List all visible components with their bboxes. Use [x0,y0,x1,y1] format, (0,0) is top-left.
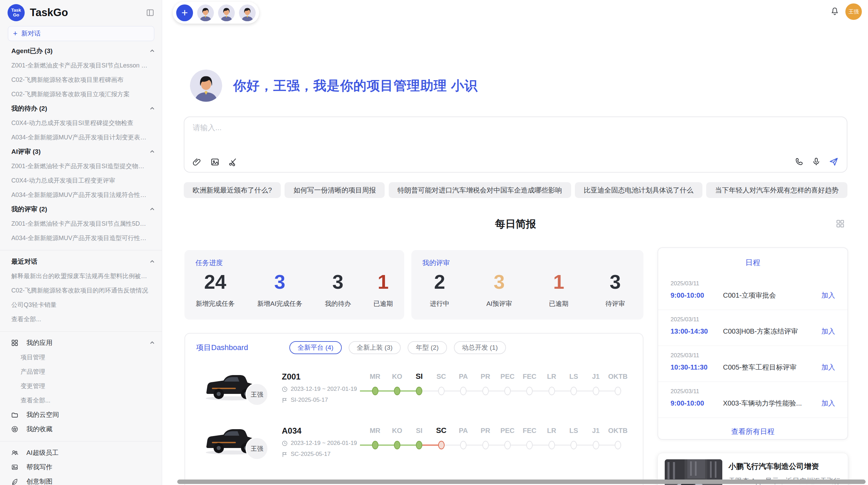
join-link[interactable]: 加入 [821,327,835,336]
voice-call-icon[interactable] [795,157,804,166]
sidebar-toggle-button[interactable] [145,8,155,17]
logo-line-2: Go [13,13,19,17]
stat-ai-pre-review: 3 AI预评审 [486,271,512,308]
message-input[interactable] [193,123,840,147]
project-dates: 2023-12-19 ~ 2027-01-19 [282,386,357,393]
schedule-item[interactable]: 2025/03/11 13:00-14:30 C003|H0B-方案冻结评审 加… [658,310,847,346]
card-title: 任务进度 [195,258,223,268]
sidebar-item-favorites[interactable]: 我的收藏 [0,422,162,436]
join-link[interactable]: 加入 [821,291,835,300]
list-item[interactable]: 公司Q3轻卡销量 [0,298,162,312]
milestone-dot [593,441,599,449]
project-row[interactable]: 王强 A034 2023-12-19 ~ 2026-01-19 SC-2025-… [185,418,643,472]
sidebar-item-creative-drawing[interactable]: 创意制图 [0,474,162,485]
star-badge-icon [11,426,18,433]
view-all-schedule-link[interactable]: 查看所有日程 [658,427,847,436]
people-icon [11,449,18,456]
join-link[interactable]: 加入 [821,363,835,372]
milestone-dot [416,441,422,449]
feather-icon [11,478,18,485]
stat-pending-review: 3 待评审 [605,271,625,308]
schedule-title: 日程 [658,258,847,268]
sidebar-item-my-apps[interactable]: 我的应用 [0,336,162,350]
list-item[interactable]: A034-全新新能源MUV产品开发项目计划变更表编写 [0,130,162,145]
owner-badge: 王强 [245,437,268,460]
stat-overdue: 1 已逾期 [549,271,568,308]
view-all-link[interactable]: 查看全部... [0,393,162,408]
list-item[interactable]: A034-全新新能源MUV产品开发项目法规符合性评审 [0,188,162,202]
sidebar-item-project-mgmt[interactable]: 项目管理 [0,350,162,364]
suggestion-chip[interactable]: 欧洲新规最近颁布了什么? [184,182,281,198]
chevron-up-icon [149,340,155,346]
tab-new-upfit[interactable]: 全新上装 (3) [349,341,401,354]
list-item[interactable]: C0X4-动力总成开发项目工程变更评审 [0,173,162,188]
project-name: Z001 [282,372,301,382]
schedule-item[interactable]: 2025/03/11 9:00-10:00 C001-立项审批会 加入 [658,274,847,310]
sidebar-item-help-me-write[interactable]: 帮我写作 [0,460,162,474]
send-icon[interactable] [829,157,839,166]
schedule-time: 9:00-10:00 [671,291,723,299]
tab-model-year[interactable]: 年型 (2) [408,341,447,354]
stat-new-done: 24 新增完成任务 [196,271,235,308]
schedule-item[interactable]: 2025/03/11 9:00-10:00 X003-车辆动力学性能验... 加… [658,382,847,418]
section-title: 最近对话 [11,257,37,266]
list-item[interactable]: C0X4-动力总成开发项目SI里程碑提交物检查 [0,116,162,130]
flag-icon [282,397,288,403]
list-item[interactable]: C02-飞腾新能源轻客改款项目里程碑画布 [0,73,162,87]
list-item[interactable]: A034-全新新能源MUV产品开发项目造型可行性评审 [0,231,162,245]
chevron-up-icon [149,259,155,264]
image-upload-icon[interactable] [210,158,219,166]
sidebar-section-recent[interactable]: 最近对话 [0,254,162,269]
view-all-link[interactable]: 查看全部... [0,312,162,326]
project-next-node: SC-2025-05-17 [282,451,330,458]
suggestion-chip[interactable]: 如何写一份清晰的项目周报 [285,182,385,198]
milestone-dot [394,387,400,395]
sidebar-item-cloud-space[interactable]: 我的云空间 [0,408,162,422]
flag-icon [282,451,288,457]
sidebar-section-my-review[interactable]: 我的评审 (2) [0,202,162,216]
list-item[interactable]: C02-飞腾新能源轻客改款项目的闭环通告反馈情况 [0,283,162,298]
sidebar-section-agent-done[interactable]: Agent已办 (3) [0,44,162,58]
milestone-dot [526,441,533,449]
suggestion-chip[interactable]: 比亚迪全固态电池计划具体说了什么 [575,182,702,198]
horizontal-scrollbar[interactable] [177,480,866,484]
sidebar-item-label: 我的收藏 [26,425,52,434]
suggestion-chip[interactable]: 特朗普可能对进口汽车增税会对中国车企造成哪些影响 [389,182,571,198]
milestone-dot [482,441,489,449]
section-title: 我的评审 (2) [11,205,47,214]
my-review-card: 我的评审 2 进行中 3 AI预评审 1 已逾期 3 [411,250,643,320]
microphone-icon[interactable] [812,157,821,166]
schedule-date: 2025/03/11 [671,280,835,287]
layout-grid-icon[interactable] [836,219,845,228]
list-item[interactable]: C02-飞腾新能源轻客改款项目立项汇报方案 [0,87,162,101]
new-chat-button[interactable]: + 新对话 [8,26,154,41]
schedule-item[interactable]: 2025/03/11 10:30-11:30 C005-整车工程目标评审 加入 [658,346,847,382]
folder-icon [11,411,18,418]
sidebar-section-my-todo[interactable]: 我的待办 (2) [0,101,162,116]
scissors-icon[interactable] [228,158,237,166]
list-item[interactable]: Z001-全新燃油轻卡产品开发项目SI造型提交物评审 [0,159,162,173]
attachment-icon[interactable] [193,158,202,166]
milestone-dot [504,441,511,449]
new-chat-label: 新对话 [21,29,41,38]
schedule-name: X003-车辆动力学性能验... [723,399,817,408]
tab-new-platform[interactable]: 全新平台 (4) [289,341,342,354]
suggestion-chip[interactable]: 当下年轻人对汽车外观有怎样的喜好趋势 [706,182,847,198]
project-row[interactable]: 王强 Z001 2023-12-19 ~ 2027-01-19 SI-2025-… [185,364,643,418]
sidebar-item-change-mgmt[interactable]: 变更管理 [0,379,162,393]
sidebar-item-product-mgmt[interactable]: 产品管理 [0,364,162,379]
join-link[interactable]: 加入 [821,399,835,408]
milestone-label: OKTB [604,427,631,435]
sidebar-item-ai-super-staff[interactable]: AI超级员工 [0,446,162,460]
list-item[interactable]: 解释最新出台的欧盟报废车法规再生塑料比例被调至15%... [0,269,162,283]
list-item[interactable]: Z001-全新燃油轻卡产品开发项目SI节点属性5D文件评审 [0,216,162,231]
chevron-up-icon [149,106,155,111]
sidebar-section-ai-review[interactable]: AI评审 (3) [0,145,162,159]
tab-powertrain-dev[interactable]: 动总开发 (1) [454,341,506,354]
list-item[interactable]: Z001-全新燃油皮卡产品开发项目SI节点Lesson Learn报告 [0,58,162,73]
milestone-dot [372,441,378,449]
milestone-strip: MRKOSISCPAPRPECFECLRLSJ1OKTB [360,418,631,472]
clock-icon [282,386,288,392]
schedule-date: 2025/03/11 [671,316,835,323]
schedule-time: 13:00-14:30 [671,327,723,335]
